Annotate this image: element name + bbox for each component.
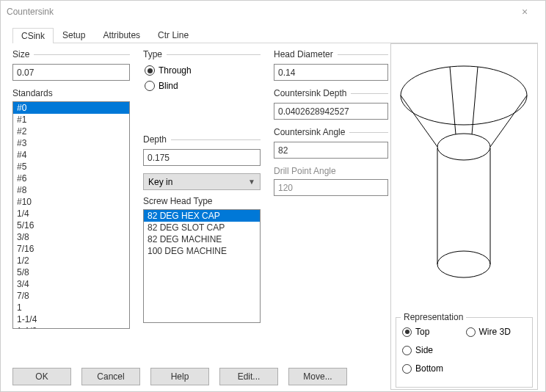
list-item[interactable]: #0 [13,102,129,114]
list-item[interactable]: 1-1/4 [13,313,129,325]
type-label: Type [143,49,167,59]
list-item[interactable]: 5/16 [13,219,129,231]
radio-label: Wire 3D [479,327,511,337]
list-item[interactable]: #1 [13,114,129,126]
rep-top-radio[interactable]: Top [401,325,465,341]
tab-ctrline[interactable]: Ctr Line [149,27,197,43]
type-blind-radio[interactable]: Blind [143,79,261,95]
screw-head-label: Screw Head Type [143,196,261,209]
close-icon[interactable]: × [510,6,539,18]
standards-label: Standards [12,88,130,101]
button-row: OK Cancel Help Edit... Move... [12,368,347,385]
list-item[interactable]: #2 [13,126,129,137]
depth-group: Depth [143,134,261,166]
list-item[interactable]: 100 DEG MACHINE [144,245,260,257]
radio-label: Top [415,327,429,337]
list-item[interactable]: 1/2 [13,255,129,266]
titlebar: Countersink × [1,1,545,23]
radio-icon [402,327,412,337]
cancel-button[interactable]: Cancel [81,368,140,385]
tab-setup[interactable]: Setup [54,27,94,43]
list-item[interactable]: 82 DEG SLOT CAP [144,222,260,233]
head-diameter-label: Head Diameter [274,49,338,59]
list-item[interactable]: 3/8 [13,231,129,243]
svg-point-8 [437,251,490,277]
list-item[interactable]: #8 [13,184,129,196]
column-parameters: Head Diameter Countersink Depth Counters… [274,49,388,329]
list-item[interactable]: 7/16 [13,243,129,255]
svg-point-1 [437,134,490,160]
window-title: Countersink [7,7,510,17]
ok-button[interactable]: OK [12,368,71,385]
countersink-preview-icon [391,44,537,308]
standards-listbox[interactable]: #0 #1 #2 #3 #4 #5 #6 #8 #10 1/4 5/16 3/8… [12,101,130,329]
representation-group: Representation Top Wire 3D Side [396,317,533,388]
list-item[interactable]: 1/4 [13,208,129,219]
rep-wire3d-radio[interactable]: Wire 3D [465,325,528,341]
radio-icon [402,346,412,355]
tab-strip: CSink Setup Attributes Ctr Line [12,27,538,43]
list-item[interactable]: #5 [13,161,129,173]
radio-icon [145,81,155,91]
tab-attributes[interactable]: Attributes [94,27,149,43]
csink-angle-label: Countersink Angle [274,127,349,137]
csink-depth-label: Countersink Depth [274,88,351,98]
rep-bottom-radio[interactable]: Bottom [401,362,465,377]
size-label: Size [12,49,34,59]
list-item[interactable]: 82 DEG MACHINE [144,233,260,245]
list-item[interactable]: #3 [13,137,129,149]
screw-head-listbox[interactable]: 82 DEG HEX CAP 82 DEG SLOT CAP 82 DEG MA… [143,209,261,323]
select-value: Key in [148,177,172,187]
radio-label: Blind [159,81,178,91]
list-item[interactable]: #4 [13,149,129,161]
radio-label: Through [159,65,192,76]
head-diameter-group: Head Diameter [274,49,388,81]
size-group: Size [12,49,130,81]
csink-angle-input[interactable] [274,142,388,159]
list-item[interactable]: 7/8 [13,290,129,302]
radio-label: Bottom [415,363,443,374]
column-type-depth: Type Through Blind Depth Key in [143,49,261,329]
type-group: Type Through Blind [143,49,261,95]
head-diameter-input[interactable] [274,64,388,81]
list-item[interactable]: 82 DEG HEX CAP [144,210,260,222]
column-size-standards: Size Standards #0 #1 #2 #3 #4 #5 #6 #8 #… [12,49,130,329]
help-button[interactable]: Help [150,368,209,385]
move-button[interactable]: Move... [288,368,347,385]
csink-depth-group: Countersink Depth [274,88,388,120]
drill-point-angle-input [274,179,388,196]
rep-side-radio[interactable]: Side [401,344,465,359]
radio-icon [402,364,412,374]
list-item[interactable]: 1-1/2 [13,325,129,329]
list-item[interactable]: 3/4 [13,278,129,290]
drill-point-angle-label: Drill Point Angle [274,166,388,179]
preview-pane: Representation Top Wire 3D Side [390,43,538,390]
size-input[interactable] [12,64,130,81]
list-item[interactable]: #6 [13,173,129,184]
csink-depth-input[interactable] [274,103,388,120]
depth-input[interactable] [143,149,261,166]
type-through-radio[interactable]: Through [143,64,261,79]
dialog-content: CSink Setup Attributes Ctr Line Size Sta… [8,27,538,390]
keyin-select[interactable]: Key in ▼ [143,173,261,190]
radio-label: Side [415,345,433,355]
csink-angle-group: Countersink Angle [274,127,388,159]
radio-icon [466,327,476,337]
tab-csink[interactable]: CSink [12,28,54,43]
list-item[interactable]: 5/8 [13,266,129,278]
svg-point-0 [401,66,527,125]
list-item[interactable]: 1 [13,302,129,313]
countersink-dialog: Countersink × CSink Setup Attributes Ctr… [0,0,546,392]
depth-label: Depth [143,134,171,145]
edit-button[interactable]: Edit... [219,368,278,385]
chevron-down-icon: ▼ [248,178,255,186]
list-item[interactable]: #10 [13,196,129,208]
radio-icon [145,65,155,76]
representation-label: Representation [401,312,466,322]
